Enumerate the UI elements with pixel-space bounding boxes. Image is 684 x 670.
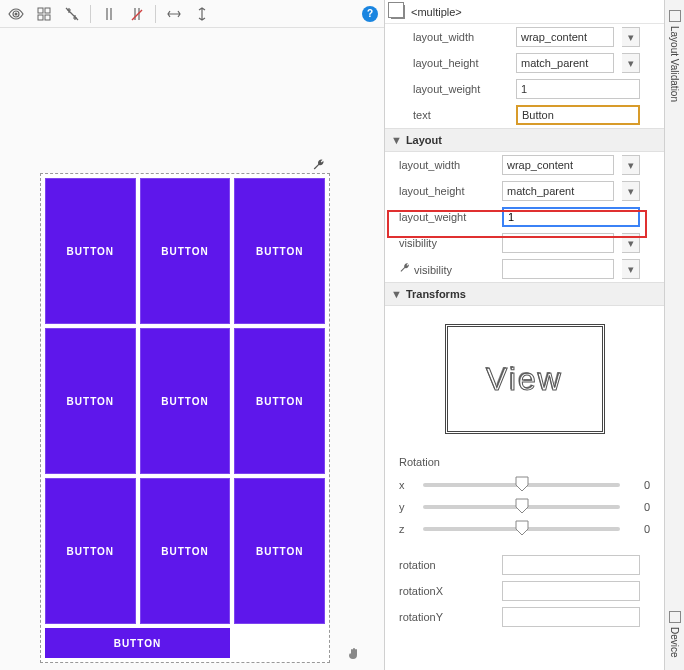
layout-height: layout_height match_parent ▾ — [385, 178, 664, 204]
slider-value: 0 — [630, 501, 650, 513]
chevron-down-icon[interactable]: ▾ — [622, 53, 640, 73]
rotationx-field: rotationX — [385, 578, 664, 604]
flag-icon[interactable] — [648, 183, 658, 199]
axis-label: z — [399, 523, 413, 535]
multiple-icon — [391, 5, 405, 19]
slider-thumb[interactable] — [513, 519, 531, 537]
slider-track[interactable] — [423, 505, 620, 509]
rotation-slider-z[interactable]: z0 — [399, 518, 650, 540]
slider-value: 0 — [630, 479, 650, 491]
rotation-block: Rotation x0y0z0 — [385, 444, 664, 540]
layout-width: layout_width wrap_content ▾ — [385, 152, 664, 178]
slider-thumb[interactable] — [513, 475, 531, 493]
flag-icon[interactable] — [648, 209, 658, 225]
layout-tools-visibility: visibility ▾ — [385, 256, 664, 282]
rotationy-field: rotationY — [385, 604, 664, 630]
button-1-1[interactable]: BUTTON — [140, 328, 231, 474]
layout-visibility: visibility ▾ — [385, 230, 664, 256]
validation-icon — [669, 10, 681, 22]
button-2-2[interactable]: BUTTON — [234, 478, 325, 624]
design-canvas-panel: ? BUTTON BUTTON BUTTON BUTTON BUTTON BUT… — [0, 0, 385, 670]
collapse-icon: ▼ — [391, 288, 402, 300]
flag-icon[interactable] — [648, 81, 658, 97]
button-2-0[interactable]: BUTTON — [45, 478, 136, 624]
slider-track[interactable] — [423, 527, 620, 531]
flag-icon[interactable] — [648, 55, 658, 71]
chevron-down-icon[interactable]: ▾ — [622, 155, 640, 175]
tab-device[interactable]: Device — [669, 607, 681, 662]
view-preview: View — [445, 324, 605, 434]
axis-label: y — [399, 501, 413, 513]
svg-rect-2 — [45, 8, 50, 13]
rotation-slider-y[interactable]: y0 — [399, 496, 650, 518]
attributes-panel: Layout Validation Device <multiple> layo… — [385, 0, 684, 670]
button-2-1[interactable]: BUTTON — [140, 478, 231, 624]
svg-point-0 — [15, 12, 18, 15]
layout-weight: layout_weight — [385, 204, 664, 230]
design-toolbar: ? — [0, 0, 384, 28]
button-1-2[interactable]: BUTTON — [234, 328, 325, 474]
section-layout[interactable]: ▼Layout — [385, 128, 664, 152]
rotation-title: Rotation — [399, 456, 650, 468]
svg-rect-4 — [45, 15, 50, 20]
svg-rect-3 — [38, 15, 43, 20]
button-bottom[interactable]: BUTTON — [45, 628, 230, 658]
default-margin-icon[interactable] — [99, 4, 119, 24]
flag-icon[interactable] — [648, 29, 658, 45]
rotation-slider-x[interactable]: x0 — [399, 474, 650, 496]
wrench-icon[interactable] — [312, 158, 326, 174]
button-0-1[interactable]: BUTTON — [140, 178, 231, 324]
help-icon[interactable]: ? — [362, 6, 378, 22]
autoconnect-off-icon[interactable] — [62, 4, 82, 24]
button-0-2[interactable]: BUTTON — [234, 178, 325, 324]
pan-hand-icon[interactable] — [346, 646, 362, 664]
chevron-down-icon[interactable]: ▾ — [622, 259, 640, 279]
declared-layout-height: layout_height match_parent ▾ — [385, 50, 664, 76]
chevron-down-icon[interactable]: ▾ — [622, 181, 640, 201]
flag-icon[interactable] — [648, 261, 658, 277]
selection-header: <multiple> — [385, 0, 664, 24]
side-tabs: Layout Validation Device — [664, 0, 684, 670]
collapse-icon: ▼ — [391, 134, 402, 146]
empty-slot — [230, 628, 325, 658]
button-0-0[interactable]: BUTTON — [45, 178, 136, 324]
device-icon — [669, 611, 681, 623]
device-frame[interactable]: BUTTON BUTTON BUTTON BUTTON BUTTON BUTTO… — [40, 173, 330, 663]
slider-value: 0 — [630, 523, 650, 535]
slider-track[interactable] — [423, 483, 620, 487]
button-1-0[interactable]: BUTTON — [45, 328, 136, 474]
tab-layout-validation[interactable]: Layout Validation — [669, 6, 681, 106]
flag-icon[interactable] — [648, 583, 658, 599]
expand-vertical-icon[interactable] — [192, 4, 212, 24]
selection-label: <multiple> — [411, 6, 462, 18]
slider-thumb[interactable] — [513, 497, 531, 515]
layout-weight-input[interactable] — [503, 208, 639, 226]
declared-text: text Button — [385, 102, 664, 128]
grid-icon[interactable] — [34, 4, 54, 24]
axis-label: x — [399, 479, 413, 491]
flag-icon[interactable] — [648, 107, 658, 123]
flag-icon[interactable] — [648, 157, 658, 173]
flag-icon[interactable] — [648, 609, 658, 625]
chevron-down-icon[interactable]: ▾ — [622, 27, 640, 47]
declared-layout-width: layout_width wrap_content ▾ — [385, 24, 664, 50]
section-transforms[interactable]: ▼Transforms — [385, 282, 664, 306]
clear-constraints-icon[interactable] — [127, 4, 147, 24]
chevron-down-icon[interactable]: ▾ — [622, 233, 640, 253]
canvas-area[interactable]: BUTTON BUTTON BUTTON BUTTON BUTTON BUTTO… — [0, 28, 384, 670]
wrench-icon — [399, 262, 411, 274]
svg-rect-1 — [38, 8, 43, 13]
expand-horizontal-icon[interactable] — [164, 4, 184, 24]
flag-icon[interactable] — [648, 557, 658, 573]
eye-icon[interactable] — [6, 4, 26, 24]
rotation-field: rotation — [385, 552, 664, 578]
declared-layout-weight: layout_weight 1 — [385, 76, 664, 102]
flag-icon[interactable] — [648, 235, 658, 251]
